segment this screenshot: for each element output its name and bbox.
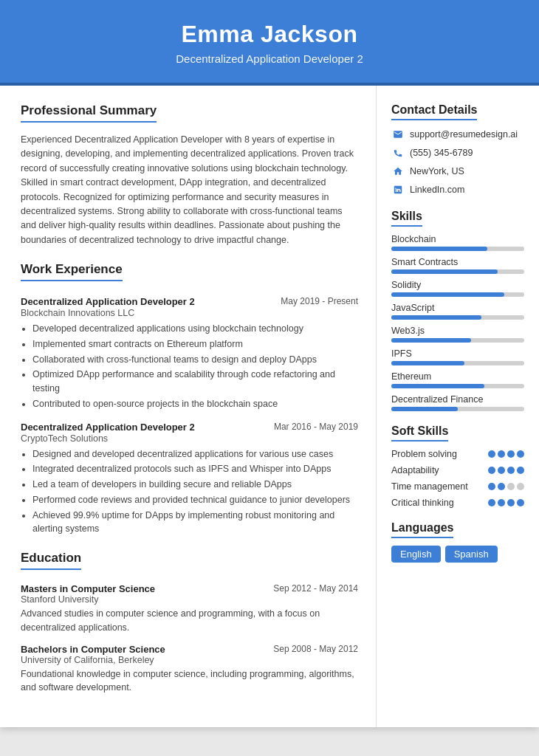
bullet-item: Designed and developed decentralized app… xyxy=(32,447,358,461)
soft-skill-row: Problem solving xyxy=(391,449,524,459)
skill-bar-background xyxy=(391,338,524,343)
languages-title: Languages xyxy=(391,521,453,538)
skill-bar-fill xyxy=(391,361,464,365)
skill-bar-background xyxy=(391,269,524,274)
skill-bar-background xyxy=(391,407,524,411)
header: Emma Jackson Decentralized Application D… xyxy=(0,0,539,83)
job-entry: Decentralized Application Developer 2 Ma… xyxy=(21,422,358,537)
work-experience-title: Work Experience xyxy=(21,262,123,281)
email-icon xyxy=(391,128,405,141)
skill-dot xyxy=(498,467,505,474)
skill-name: JavaScript xyxy=(391,303,524,313)
bullet-item: Contributed to open-source projects in t… xyxy=(32,397,358,411)
skill-bar-background xyxy=(391,315,524,320)
contact-item: LinkedIn.com xyxy=(391,183,524,196)
skill-row: Decentralized Finance xyxy=(391,394,524,411)
soft-skill-row: Time management xyxy=(391,481,524,492)
edu-school: University of California, Berkeley xyxy=(21,655,358,665)
job-entry: Decentralized Application Developer 2 Ma… xyxy=(21,296,358,411)
professional-summary-section: Professional Summary Experienced Decentr… xyxy=(21,103,358,247)
skill-dots xyxy=(488,499,524,506)
skill-dot xyxy=(517,483,524,490)
right-column: Contact Details support@resumedesign.ai … xyxy=(377,86,539,727)
skill-bar-background xyxy=(391,247,524,251)
job-bullets: Developed decentralized applications usi… xyxy=(21,322,358,411)
soft-skill-name: Adaptability xyxy=(391,465,488,475)
skill-bar-fill xyxy=(391,384,484,388)
skill-dot xyxy=(488,499,495,506)
skill-dot xyxy=(498,483,505,490)
skills-container: Blockchain Smart Contracts Solidity Java… xyxy=(391,234,524,411)
phone-icon xyxy=(391,146,405,159)
skill-dot xyxy=(488,450,495,458)
contact-item: NewYork, US xyxy=(391,165,524,178)
body-layout: Professional Summary Experienced Decentr… xyxy=(0,86,539,727)
job-date: Mar 2016 - May 2019 xyxy=(274,422,358,432)
skill-row: Web3.js xyxy=(391,326,524,343)
professional-summary-title: Professional Summary xyxy=(21,103,157,123)
skill-dot xyxy=(507,483,515,490)
skill-name: Decentralized Finance xyxy=(391,394,524,405)
skill-bar-fill xyxy=(391,315,481,320)
edu-date: Sep 2008 - May 2012 xyxy=(273,644,358,654)
header-title: Decentralized Application Developer 2 xyxy=(15,52,524,65)
job-company: CryptoTech Solutions xyxy=(21,433,358,444)
skill-name: Blockchain xyxy=(391,234,524,244)
edu-school: Stanford University xyxy=(21,594,358,605)
contact-section: Contact Details support@resumedesign.ai … xyxy=(391,103,524,196)
soft-skill-name: Critical thinking xyxy=(391,498,488,508)
contact-item: (555) 345-6789 xyxy=(391,146,524,159)
resume-wrapper: Emma Jackson Decentralized Application D… xyxy=(0,0,539,727)
skill-dot xyxy=(507,499,515,506)
bullet-item: Performed code reviews and provided tech… xyxy=(32,493,358,507)
skills-section: Skills Blockchain Smart Contracts Solidi… xyxy=(391,210,524,411)
skill-bar-fill xyxy=(391,407,458,411)
education-title: Education xyxy=(21,551,81,570)
skill-dot xyxy=(507,450,515,458)
bullet-item: Collaborated with cross-functional teams… xyxy=(32,353,358,367)
contact-text: NewYork, US xyxy=(410,166,464,176)
skill-dot xyxy=(517,499,524,506)
skill-row: Blockchain xyxy=(391,234,524,251)
soft-skill-name: Problem solving xyxy=(391,449,488,459)
skill-row: Solidity xyxy=(391,280,524,297)
language-badge: English xyxy=(391,546,441,563)
skill-row: Ethereum xyxy=(391,371,524,388)
soft-skill-row: Critical thinking xyxy=(391,498,524,508)
work-experience-section: Work Experience Decentralized Applicatio… xyxy=(21,262,358,536)
education-entry: Masters in Computer Science Sep 2012 - M… xyxy=(21,583,358,635)
edu-date: Sep 2012 - May 2014 xyxy=(273,583,358,594)
soft-skill-name: Time management xyxy=(391,481,488,492)
skill-name: Ethereum xyxy=(391,371,524,382)
languages-section: Languages EnglishSpanish xyxy=(391,521,524,563)
skill-dots xyxy=(488,450,524,458)
skill-dot xyxy=(488,483,495,490)
soft-skills-section: Soft Skills Problem solving Adaptability… xyxy=(391,425,524,508)
skill-dots xyxy=(488,483,524,490)
skill-name: Web3.js xyxy=(391,326,524,336)
bullet-item: Integrated decentralized protocols such … xyxy=(32,462,358,476)
bullet-item: Achieved 99.9% uptime for DApps by imple… xyxy=(32,509,358,537)
skill-dot xyxy=(498,450,505,458)
job-company: Blockchain Innovations LLC xyxy=(21,308,358,318)
skill-dot xyxy=(517,467,524,474)
skill-bar-background xyxy=(391,361,524,365)
skill-bar-background xyxy=(391,292,524,297)
job-title: Decentralized Application Developer 2 xyxy=(21,296,195,307)
bullet-item: Led a team of developers in building sec… xyxy=(32,478,358,492)
education-entry: Bachelors in Computer Science Sep 2008 -… xyxy=(21,644,358,695)
contact-container: support@resumedesign.ai (555) 345-6789 N… xyxy=(391,128,524,196)
skills-title: Skills xyxy=(391,210,422,227)
skill-bar-background xyxy=(391,384,524,388)
skill-dots xyxy=(488,467,524,474)
languages-container: EnglishSpanish xyxy=(391,546,524,563)
contact-title: Contact Details xyxy=(391,103,477,120)
skill-bar-fill xyxy=(391,269,498,274)
linkedin-icon xyxy=(391,183,405,196)
header-name: Emma Jackson xyxy=(15,21,524,48)
edu-description: Advanced studies in computer science and… xyxy=(21,607,358,635)
skill-dot xyxy=(517,450,524,458)
skill-row: JavaScript xyxy=(391,303,524,320)
skill-name: IPFS xyxy=(391,348,524,359)
contact-item: support@resumedesign.ai xyxy=(391,128,524,141)
